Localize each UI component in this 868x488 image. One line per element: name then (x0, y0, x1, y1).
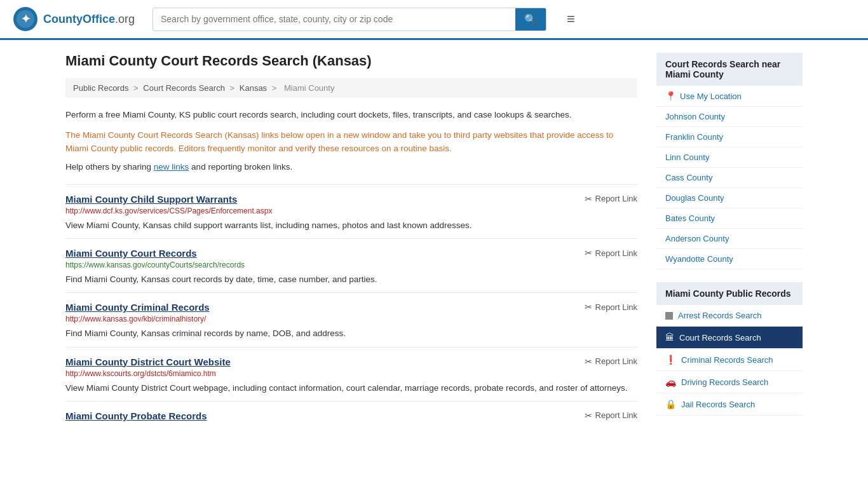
intro-text: Perform a free Miami County, KS public c… (65, 108, 637, 122)
content-area: Miami County Court Records Search (Kansa… (65, 53, 637, 428)
report-icon: ✂ (585, 194, 592, 204)
search-button[interactable]: 🔍 (515, 8, 546, 30)
use-location-link[interactable]: Use My Location (680, 92, 742, 101)
sidebar-item-douglas[interactable]: Douglas County (656, 188, 803, 208)
report-link-button[interactable]: ✂ Report Link (585, 302, 637, 312)
sidebar: Court Records Search near Miami County 📍… (656, 53, 803, 428)
sidebar-arrest-records[interactable]: Arrest Records Search (656, 305, 803, 327)
report-link-button[interactable]: ✂ Report Link (585, 410, 637, 421)
record-title-court-records[interactable]: Miami County Court Records (65, 248, 197, 259)
header: ✦ CountyOffice.org 🔍 ≡ (0, 0, 868, 40)
new-links[interactable]: new links (154, 162, 189, 172)
svg-text:✦: ✦ (21, 13, 31, 25)
search-bar: 🔍 (153, 8, 546, 31)
breadcrumb-miami-county: Miami County (284, 83, 334, 93)
report-label: Report Link (595, 194, 637, 203)
sidebar-jail-records[interactable]: 🔒 Jail Records Search (656, 393, 803, 416)
page-title: Miami County Court Records Search (Kansa… (65, 53, 637, 69)
breadcrumb-court-records[interactable]: Court Records Search (143, 83, 225, 93)
report-label: Report Link (595, 356, 637, 366)
report-label: Report Link (595, 302, 637, 312)
breadcrumb-kansas[interactable]: Kansas (240, 83, 267, 93)
record-item: Miami County District Court Website ✂ Re… (65, 347, 637, 401)
car-icon: 🚗 (665, 377, 676, 387)
breadcrumb-public-records[interactable]: Public Records (73, 83, 128, 93)
nearby-header: Court Records Search near Miami County (656, 53, 803, 86)
record-desc: View Miami County, Kansas child support … (65, 219, 637, 232)
record-url: http://www.kscourts.org/dstcts/6miamico.… (65, 369, 637, 378)
warning-icon: ❗ (665, 355, 676, 365)
nearby-section: Court Records Search near Miami County 📍… (656, 53, 803, 269)
sidebar-item-wyandotte[interactable]: Wyandotte County (656, 249, 803, 269)
report-icon: ✂ (585, 410, 592, 421)
report-label: Report Link (595, 248, 637, 258)
public-records-section: Miami County Public Records Arrest Recor… (656, 282, 803, 416)
help-text: Help others by sharing new links and rep… (65, 162, 637, 172)
record-desc: Find Miami County, Kansas criminal recor… (65, 327, 637, 340)
sidebar-item-bates[interactable]: Bates County (656, 208, 803, 229)
building-icon: 🏛 (665, 332, 674, 342)
record-url: http://www.dcf.ks.gov/services/CSS/Pages… (65, 207, 637, 215)
record-title-child-support[interactable]: Miami County Child Support Warrants (65, 194, 237, 205)
record-desc: Find Miami County, Kansas court records … (65, 273, 637, 286)
location-icon: 📍 (665, 91, 676, 101)
record-item: Miami County Court Records ✂ Report Link… (65, 238, 637, 292)
main-wrapper: Miami County Court Records Search (Kansa… (53, 40, 815, 441)
logo-icon: ✦ (13, 6, 38, 32)
logo-area: ✦ CountyOffice.org (13, 6, 140, 32)
sidebar-criminal-records[interactable]: ❗ Criminal Records Search (656, 349, 803, 371)
hamburger-menu-icon[interactable]: ≡ (567, 11, 575, 27)
public-records-header: Miami County Public Records (656, 282, 803, 305)
record-title-probate[interactable]: Miami County Probate Records (65, 410, 207, 421)
record-url: http://www.kansas.gov/kbi/criminalhistor… (65, 315, 637, 323)
report-link-button[interactable]: ✂ Report Link (585, 248, 637, 258)
sidebar-item-franklin[interactable]: Franklin County (656, 127, 803, 147)
records-list: Miami County Child Support Warrants ✂ Re… (65, 184, 637, 428)
lock-icon: 🔒 (665, 399, 676, 409)
record-url: https://www.kansas.gov/countyCourts/sear… (65, 261, 637, 269)
intro-text2: The Miami County Court Records Search (K… (65, 128, 637, 156)
record-title-district-court[interactable]: Miami County District Court Website (65, 356, 231, 367)
record-item: Miami County Child Support Warrants ✂ Re… (65, 184, 637, 238)
report-icon: ✂ (585, 248, 592, 258)
report-link-button[interactable]: ✂ Report Link (585, 194, 637, 204)
record-title-criminal-records[interactable]: Miami County Criminal Records (65, 302, 210, 313)
search-input[interactable] (153, 9, 515, 29)
record-item: Miami County Criminal Records ✂ Report L… (65, 292, 637, 346)
report-icon: ✂ (585, 356, 592, 367)
report-label: Report Link (595, 410, 637, 420)
logo-text: CountyOffice.org (43, 13, 135, 26)
sidebar-item-cass[interactable]: Cass County (656, 168, 803, 188)
record-desc: View Miami County District Court webpage… (65, 382, 637, 395)
sidebar-item-johnson[interactable]: Johnson County (656, 107, 803, 127)
sidebar-item-linn[interactable]: Linn County (656, 147, 803, 168)
report-icon: ✂ (585, 302, 592, 312)
sidebar-use-location[interactable]: 📍 Use My Location (656, 86, 803, 107)
sidebar-item-anderson[interactable]: Anderson County (656, 229, 803, 249)
square-icon (665, 312, 673, 320)
report-link-button[interactable]: ✂ Report Link (585, 356, 637, 367)
record-item: Miami County Probate Records ✂ Report Li… (65, 401, 637, 428)
sidebar-driving-records[interactable]: 🚗 Driving Records Search (656, 371, 803, 393)
sidebar-court-records[interactable]: 🏛 Court Records Search (656, 327, 803, 349)
breadcrumb: Public Records > Court Records Search > … (65, 78, 637, 98)
